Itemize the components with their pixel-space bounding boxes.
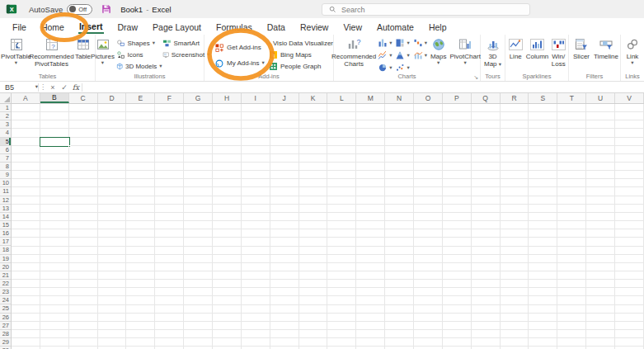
- row-header-19[interactable]: 19: [0, 255, 11, 263]
- row-header-23[interactable]: 23: [0, 288, 11, 296]
- autosave-toggle[interactable]: Off: [67, 4, 92, 15]
- column-header-L[interactable]: L: [327, 93, 356, 103]
- row-header-26[interactable]: 26: [0, 314, 11, 322]
- sparkline-winloss-button[interactable]: Win/ Loss: [548, 36, 568, 68]
- column-header-H[interactable]: H: [213, 93, 242, 103]
- row-header-22[interactable]: 22: [0, 280, 11, 288]
- row-header-24[interactable]: 24: [0, 296, 11, 304]
- column-header-G[interactable]: G: [184, 93, 213, 103]
- row-header-21[interactable]: 21: [0, 271, 11, 280]
- column-header-M[interactable]: M: [356, 93, 385, 103]
- sparkline-line-button[interactable]: Line: [505, 36, 525, 60]
- column-header-D[interactable]: D: [98, 93, 127, 103]
- row-header-1[interactable]: 1: [0, 104, 11, 112]
- tab-draw[interactable]: Draw: [110, 18, 146, 35]
- 3d-map-button[interactable]: 3D Map ▾: [482, 36, 505, 68]
- column-header-J[interactable]: J: [270, 93, 299, 103]
- row-header-8[interactable]: 8: [0, 163, 11, 171]
- column-header-I[interactable]: I: [242, 93, 270, 103]
- formula-input[interactable]: [82, 82, 644, 92]
- charts-dialog-launcher-icon[interactable]: ↘: [473, 74, 478, 80]
- row-header-13[interactable]: 13: [0, 205, 11, 213]
- insert-scatter-chart-button[interactable]: ▾: [395, 62, 409, 73]
- column-header-R[interactable]: R: [501, 93, 529, 103]
- row-header-10[interactable]: 10: [0, 179, 11, 187]
- link-button[interactable]: Link ▾: [622, 36, 643, 66]
- insert-statistic-chart-button[interactable]: ▾: [395, 50, 409, 61]
- row-header-28[interactable]: 28: [0, 330, 11, 338]
- enter-icon[interactable]: ✓: [59, 83, 70, 92]
- column-header-Q[interactable]: Q: [472, 93, 501, 103]
- row-header-12[interactable]: 12: [0, 196, 11, 205]
- column-header-K[interactable]: K: [299, 93, 328, 103]
- insert-combo-chart-button[interactable]: ▾: [413, 50, 427, 61]
- shapes-button[interactable]: Shapes ▾: [116, 37, 162, 49]
- row-header-11[interactable]: 11: [0, 187, 11, 196]
- column-header-B[interactable]: B: [40, 93, 69, 103]
- tab-data[interactable]: Data: [260, 18, 293, 35]
- my-addins-button[interactable]: My Add-ins ▾: [214, 55, 266, 71]
- insert-pie-chart-button[interactable]: ▾: [378, 62, 392, 73]
- tab-review[interactable]: Review: [293, 18, 336, 35]
- row-header-15[interactable]: 15: [0, 221, 11, 229]
- 3d-models-button[interactable]: 3D Models ▾: [116, 60, 162, 72]
- smartart-button[interactable]: SmartArt: [162, 37, 210, 49]
- screenshot-button[interactable]: Screenshot ▾: [162, 49, 210, 60]
- people-graph-button[interactable]: People Graph: [269, 60, 333, 72]
- column-header-O[interactable]: O: [414, 93, 443, 103]
- column-header-E[interactable]: E: [126, 93, 155, 103]
- maps-button[interactable]: Maps ▾: [429, 36, 449, 66]
- tab-home[interactable]: Home: [34, 18, 72, 35]
- tab-view[interactable]: View: [336, 18, 369, 35]
- row-header-20[interactable]: 20: [0, 263, 11, 271]
- recommended-pivottables-button[interactable]: ? Recommended PivotTables: [32, 36, 72, 68]
- column-header-P[interactable]: P: [443, 93, 472, 103]
- row-header-17[interactable]: 17: [0, 238, 11, 246]
- insert-column-chart-button[interactable]: ▾: [378, 37, 392, 49]
- row-header-9[interactable]: 9: [0, 171, 11, 179]
- row-header-5[interactable]: 5: [0, 138, 11, 146]
- row-header-2[interactable]: 2: [0, 112, 11, 120]
- get-addins-button[interactable]: Get Add-ins: [214, 40, 266, 55]
- tab-formulas[interactable]: Formulas: [209, 18, 260, 35]
- save-icon[interactable]: [101, 3, 112, 15]
- row-header-3[interactable]: 3: [0, 120, 11, 129]
- column-header-A[interactable]: A: [12, 93, 40, 103]
- row-header-18[interactable]: 18: [0, 246, 11, 254]
- row-header-4[interactable]: 4: [0, 129, 11, 137]
- cancel-icon[interactable]: ×: [47, 83, 59, 92]
- insert-waterfall-chart-button[interactable]: ▾: [413, 37, 427, 49]
- row-header-27[interactable]: 27: [0, 322, 11, 330]
- tab-automate[interactable]: Automate: [369, 18, 421, 35]
- column-header-N[interactable]: N: [385, 93, 414, 103]
- pivotchart-button[interactable]: PivotChart ▾: [449, 36, 482, 66]
- cells-area[interactable]: [12, 104, 644, 349]
- slicer-button[interactable]: Slicer: [570, 36, 593, 60]
- row-header-25[interactable]: 25: [0, 304, 11, 313]
- tab-help[interactable]: Help: [421, 18, 454, 35]
- insert-line-chart-button[interactable]: ▾: [378, 50, 392, 61]
- bing-maps-button[interactable]: Bing Maps: [269, 49, 333, 60]
- visio-data-visualizer-button[interactable]: Visio Data Visualizer: [269, 37, 333, 49]
- selected-cell-b5[interactable]: [40, 137, 70, 147]
- recommended-charts-button[interactable]: ? Recommended Charts: [331, 36, 376, 68]
- row-header-7[interactable]: 7: [0, 154, 11, 163]
- pictures-button[interactable]: Pictures ▾: [90, 36, 116, 66]
- column-header-S[interactable]: S: [529, 93, 557, 103]
- column-header-T[interactable]: T: [557, 93, 586, 103]
- pivottable-button[interactable]: PivotTable ▾: [1, 36, 32, 66]
- timeline-button[interactable]: Timeline: [593, 36, 619, 60]
- tab-file[interactable]: File: [5, 18, 34, 35]
- row-header-29[interactable]: 29: [0, 338, 11, 347]
- tab-page-layout[interactable]: Page Layout: [145, 18, 209, 35]
- column-header-C[interactable]: C: [69, 93, 98, 103]
- column-header-V[interactable]: V: [615, 93, 644, 103]
- row-header-6[interactable]: 6: [0, 146, 11, 154]
- column-header-F[interactable]: F: [155, 93, 184, 103]
- sparkline-column-button[interactable]: Column: [525, 36, 548, 60]
- name-box[interactable]: B5 ▾: [0, 82, 38, 92]
- column-header-U[interactable]: U: [586, 93, 615, 103]
- fill-handle[interactable]: [68, 145, 72, 149]
- formula-bar-drag-handle-icon[interactable]: ⋮: [39, 83, 47, 91]
- insert-function-icon[interactable]: fx: [70, 83, 82, 92]
